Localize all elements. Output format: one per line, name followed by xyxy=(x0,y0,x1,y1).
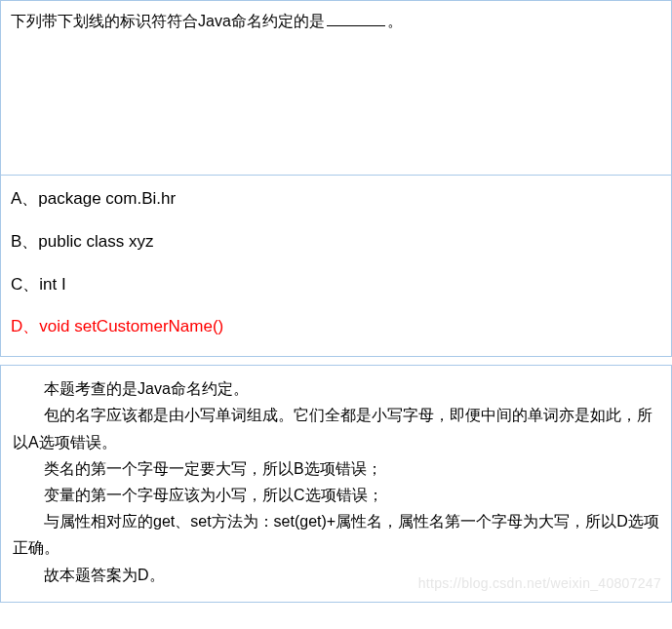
explanation-line: 本题考查的是Java命名约定。 xyxy=(13,375,659,402)
option-c: C、int I xyxy=(11,273,661,296)
question-panel: 下列带下划线的标识符符合Java命名约定的是。 xyxy=(0,0,672,176)
explanation-line: 故本题答案为D。 xyxy=(13,562,659,588)
explanation-line: 类名的第一个字母一定要大写，所以B选项错误； xyxy=(13,455,659,482)
option-d: D、void setCustomerName() xyxy=(11,315,661,338)
explanation-line: 与属性相对应的get、set方法为：set(get)+属性名，属性名第一个字母为… xyxy=(13,508,659,561)
explanation-panel: 本题考查的是Java命名约定。 包的名字应该都是由小写单词组成。它们全都是小写字… xyxy=(0,365,672,603)
options-panel: A、package com.Bi.hr B、public class xyz C… xyxy=(0,176,672,357)
question-blank xyxy=(327,11,385,26)
question-text-prefix: 下列带下划线的标识符符合Java命名约定的是 xyxy=(11,13,325,29)
question-text-suffix: 。 xyxy=(387,13,403,29)
option-a: A、package com.Bi.hr xyxy=(11,187,661,211)
explanation-line: 包的名字应该都是由小写单词组成。它们全都是小写字母，即便中间的单词亦是如此，所以… xyxy=(13,402,659,454)
option-b: B、public class xyz xyxy=(11,230,661,254)
explanation-line: 变量的第一个字母应该为小写，所以C选项错误； xyxy=(13,482,659,508)
